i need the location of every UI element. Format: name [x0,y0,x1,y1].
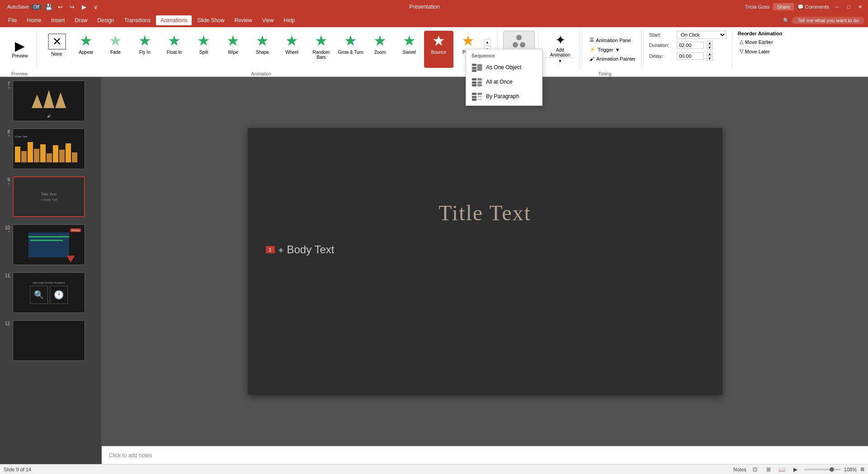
delay-spinner: ▲ ▼ [707,52,713,61]
fade-icon: ★ [109,33,122,48]
menu-view[interactable]: View [258,15,278,25]
menu-design[interactable]: Design [93,15,118,25]
move-later-button[interactable]: ▽ Move Later [738,47,783,55]
split-label: Split [199,50,208,55]
slide-thumb-10[interactable]: 10 * Promo [0,221,101,269]
undo-button[interactable]: ↩ [56,2,66,12]
reading-view-button[interactable]: 📖 [777,465,787,474]
slide-img-10: Promo [13,224,85,265]
menu-transitions[interactable]: Transitions [120,15,155,25]
animation-badge: 1 [266,246,275,253]
menu-home[interactable]: Home [22,15,46,25]
delay-row: Delay: ▲ ▼ [649,52,726,61]
reorder-panel: Reorder Animation △ Move Earlier ▽ Move … [734,29,786,70]
animation-zoom[interactable]: ★ Zoom [365,31,395,68]
svg-point-1 [513,42,518,47]
dropdown-item-as-one-object[interactable]: As One Object [466,60,542,75]
menu-draw[interactable]: Draw [70,15,92,25]
animation-fly-in[interactable]: ★ Fly In [130,31,160,68]
slide-thumb-11[interactable]: 11 * Use High-Quality Graphics 🔍 🕐 [0,269,101,317]
share-button[interactable]: Share [773,3,793,10]
slide-canvas-area: Title Text 1 ◈ Body Text Click to add no… [102,77,868,464]
menu-animations[interactable]: Animations [156,15,192,25]
add-animation-button[interactable]: ✦ AddAnimation ▼ [544,31,576,68]
slide-img-9: Title Text ◇ Body Text [13,176,85,217]
menu-insert[interactable]: Insert [47,15,69,25]
delay-up[interactable]: ▲ [707,52,713,56]
animation-float-in[interactable]: ★ Float In [160,31,189,68]
notes-button[interactable]: Notes [733,467,746,472]
dropdown-header: Sequence [466,51,542,60]
svg-rect-15 [472,99,476,101]
delay-down[interactable]: ▼ [707,56,713,61]
add-animation-dropdown-btn[interactable]: ▼ [545,57,575,63]
preview-button[interactable]: ▶ Preview [7,33,33,66]
bounce-label: Bounce [431,50,447,55]
svg-rect-13 [472,93,476,95]
animation-grow-turn[interactable]: ★ Grow & Turn [336,31,365,68]
animation-swivel[interactable]: ★ Swivel [395,31,424,68]
duration-down[interactable]: ▼ [707,45,713,50]
delay-input[interactable] [677,52,704,60]
slide-thumb-8[interactable]: 8 * Chart Title [0,125,101,173]
delay-label: Delay: [649,53,674,59]
animation-shape[interactable]: ★ Shape [248,31,277,68]
menu-slideshow[interactable]: Slide Show [193,15,229,25]
animation-wheel[interactable]: ★ Wheel [277,31,307,68]
slide-thumb-7[interactable]: 7 * 🔊 [0,77,101,125]
slide-panel[interactable]: 7 * 🔊 8 * [0,77,102,464]
slidesorter-button[interactable]: ⊞ [764,465,774,474]
slide-canvas[interactable]: Title Text 1 ◈ Body Text [248,128,722,395]
animation-pane-button[interactable]: ☰ Animation Pane [588,36,637,44]
animation-none[interactable]: ✕ None [42,31,71,68]
fade-label: Fade [110,50,121,55]
slideshow-button[interactable]: ▶ [791,465,801,474]
zoom-slider[interactable] [804,469,840,470]
search-input[interactable]: Tell me what you want to do [792,17,864,24]
dropdown-item-all-at-once[interactable]: All at Once [466,75,542,89]
preview-icon: ▶ [15,40,25,52]
comments-button[interactable]: 💬 Comments [797,4,829,10]
scroll-up-button[interactable]: ▲ [484,39,491,45]
dropdown-item-by-paragraph[interactable]: By Paragraph [466,89,542,104]
menu-review[interactable]: Review [230,15,256,25]
slide-star-7: * [8,86,10,91]
swivel-icon: ★ [403,33,416,48]
normal-view-button[interactable]: ⊡ [750,465,760,474]
autosave-toggle[interactable]: Off [31,4,42,10]
trigger-icon: ⚡ [590,47,596,52]
float-in-label: Float In [167,50,182,55]
duration-spinner: ▲ ▼ [707,41,713,50]
quick-access-toolbar: AutoSave Off 💾 ↩ ↪ ▶ ∨ [4,2,104,12]
slide-thumb-12[interactable]: 12 * [0,317,101,365]
animation-wipe[interactable]: ★ Wipe [218,31,248,68]
reorder-label: Reorder Animation [738,31,783,36]
notes-placeholder: Click to add notes [109,452,152,459]
slide-9-body-preview: ◇ Body Text [40,198,57,202]
animation-fade[interactable]: ★ Fade [101,31,130,68]
redo-button[interactable]: ↪ [67,2,77,12]
present-button[interactable]: ▶ [79,2,89,12]
animation-painter-button[interactable]: 🖌 Animation Painter [588,55,637,62]
animation-random-bars[interactable]: ★ Random Bars [307,31,336,68]
slide-thumb-9[interactable]: 9 * Title Text ◇ Body Text [0,173,101,221]
fit-slide-button[interactable]: ⊠ [860,466,864,472]
close-button[interactable]: ✕ [856,3,864,11]
slide-notes[interactable]: Click to add notes [102,446,868,464]
restore-button[interactable]: □ [844,3,853,11]
save-button[interactable]: 💾 [44,2,54,12]
by-paragraph-icon [472,92,482,101]
menu-file[interactable]: File [4,15,21,25]
duration-input[interactable] [677,42,704,49]
wheel-icon: ★ [285,33,298,48]
start-select[interactable]: On Click With Previous After Previous [677,31,726,39]
animation-appear[interactable]: ★ Appear [71,31,101,68]
animation-split[interactable]: ★ Split [189,31,218,68]
duration-up[interactable]: ▲ [707,41,713,45]
menu-help[interactable]: Help [279,15,300,25]
more-qat-button[interactable]: ∨ [91,2,101,12]
move-earlier-button[interactable]: △ Move Earlier [738,38,783,46]
minimize-button[interactable]: ─ [833,3,841,11]
animation-bounce[interactable]: ★ Bounce [424,31,453,68]
trigger-button[interactable]: ⚡ Trigger ▼ [588,46,637,53]
